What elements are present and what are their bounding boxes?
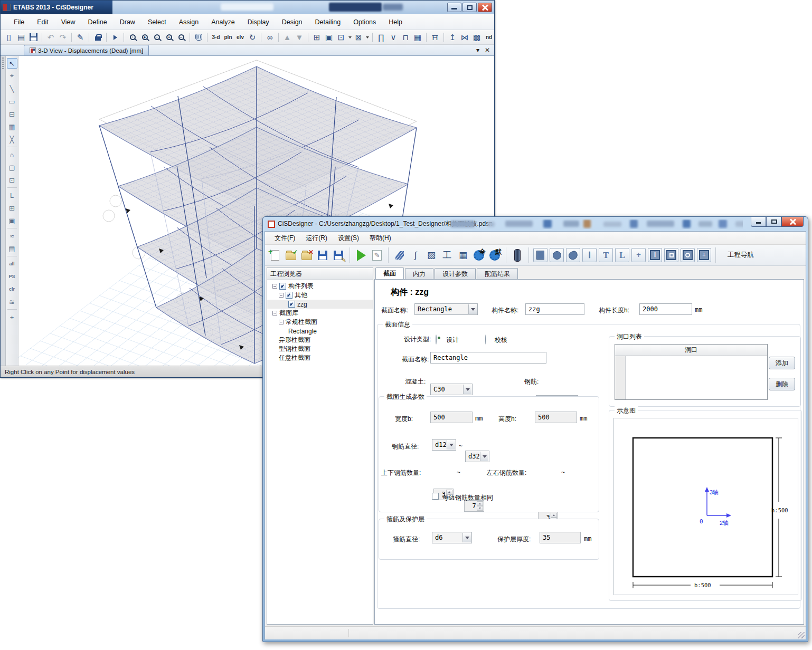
tree-node-steel-column[interactable]: 型钢柱截面 [267, 345, 373, 353]
zoom-full-icon[interactable]: ● [139, 32, 150, 43]
menu-help[interactable]: Help [383, 16, 408, 28]
column-member-icon[interactable] [511, 248, 524, 263]
draw-point-area-icon[interactable]: ⊡ [7, 175, 17, 185]
draw-beam-span-icon[interactable]: ⊟ [7, 109, 17, 119]
maximize-button[interactable] [462, 3, 477, 12]
menu-design[interactable]: Design [276, 16, 308, 28]
check-radio[interactable] [485, 334, 486, 345]
select-previous-icon[interactable]: PS [7, 271, 17, 282]
steel-section-icon[interactable]: 工 [440, 248, 454, 263]
object-view-dropdown[interactable] [348, 36, 352, 39]
chevron-down-icon[interactable] [480, 452, 488, 461]
same-rebar-checkbox[interactable] [432, 493, 439, 500]
menu-detailing[interactable]: Detailing [309, 16, 347, 28]
member-name-input[interactable]: zzg [525, 303, 584, 315]
section-src-cross-button[interactable]: + [697, 248, 711, 262]
texture-icon[interactable]: ▩ [471, 32, 482, 43]
object-view-icon[interactable]: ⊡ [336, 32, 346, 43]
checkbox-checked-icon[interactable] [279, 283, 286, 290]
openings-table[interactable]: 洞口 [615, 344, 768, 400]
resize-grip[interactable] [798, 632, 805, 638]
select-by-line-icon[interactable]: ≋ [7, 297, 17, 307]
tree-node-section-library[interactable]: 截面库 [267, 309, 373, 318]
section-polygon-button[interactable] [566, 248, 580, 262]
section-src-ibeam-button[interactable]: Ⅰ [648, 248, 662, 262]
settings-all-icon[interactable]: 全 [472, 248, 486, 263]
menu-options[interactable]: Options [347, 16, 382, 28]
draw-wall-icon[interactable]: L [7, 190, 17, 200]
section-src-box-button[interactable] [664, 248, 678, 262]
draw-floor-icon[interactable]: ▦ [412, 32, 423, 43]
section-angle-button[interactable]: L [615, 248, 629, 262]
tree-node-arbitrary-column[interactable]: 任意柱截面 [267, 353, 373, 362]
draw-grid-icon[interactable]: ▤ [7, 243, 17, 254]
expander-icon[interactable] [279, 293, 284, 298]
checkbox-checked-icon[interactable] [288, 301, 295, 308]
tab-shejicanshu[interactable]: 设计参数 [435, 268, 476, 279]
draw-frame-icon[interactable]: ∏ [376, 32, 386, 43]
pan-icon[interactable] [193, 32, 204, 43]
menu-file[interactable]: File [8, 16, 30, 28]
project-navigation-button[interactable]: 工程导航 [720, 251, 761, 260]
snap-points-icon[interactable]: + [7, 312, 17, 322]
select-all-icon[interactable]: all [7, 259, 17, 269]
draw-frame-region-icon[interactable]: ▭ [7, 96, 17, 107]
tab-jiemian[interactable]: 截面 [375, 267, 404, 279]
menu-yunxing[interactable]: 运行(R) [300, 232, 333, 245]
menu-display[interactable]: Display [242, 16, 275, 28]
frame-properties-icon[interactable]: Ħ [430, 32, 440, 43]
cisdesigner-titlebar[interactable]: CiSDesigner - C:/Users/zhangzg/Desktop/1… [265, 217, 806, 231]
section-ibeam-button[interactable]: Ⅰ [582, 248, 597, 262]
undo-icon[interactable]: ↶ [45, 32, 56, 43]
close-button[interactable] [781, 217, 804, 227]
open-file-icon[interactable]: ▤ [16, 32, 26, 43]
menu-draw[interactable]: Draw [114, 16, 141, 28]
tree-node-other[interactable]: 其他 [267, 291, 373, 300]
minimize-button[interactable] [751, 217, 766, 227]
expander-icon[interactable] [272, 284, 277, 289]
set-display-options-icon[interactable]: ▣ [324, 32, 334, 43]
rebar-dia-to-dropdown[interactable]: d32 [465, 451, 489, 462]
zoom-out-icon[interactable]: − [176, 32, 186, 43]
concrete-dropdown[interactable]: C30 [430, 384, 473, 395]
delete-opening-button[interactable]: 删除 [769, 378, 795, 390]
shaded-view-dropdown[interactable] [366, 36, 369, 39]
redo-icon[interactable]: ↷ [58, 32, 68, 43]
section-rect-button[interactable] [533, 248, 547, 262]
shaded-view-icon[interactable]: ⊠ [353, 32, 364, 43]
reshape-object-icon[interactable]: ⌖ [7, 71, 17, 81]
draw-joint-icon[interactable]: ∨ [388, 32, 399, 43]
edit-icon[interactable]: ✎ [75, 32, 86, 43]
section-cross-button[interactable]: + [631, 248, 646, 262]
height-input[interactable]: 500 [535, 412, 577, 423]
section-name2-input[interactable]: Rectangle [430, 352, 546, 364]
new-model-icon[interactable]: ▯ [4, 32, 14, 43]
tab-neili[interactable]: 内力 [405, 268, 433, 279]
add-opening-button[interactable]: 添加 [769, 357, 795, 369]
tab-peijinjieguo[interactable]: 配筋结果 [477, 268, 518, 279]
table-icon[interactable]: ▦ [456, 248, 470, 263]
draw-link-icon[interactable]: ≈ [7, 231, 17, 241]
etabs-titlebar[interactable]: ETABS 2013 - CiSDesigner [1, 1, 494, 14]
run-analysis-icon[interactable] [110, 32, 120, 43]
draw-line-icon[interactable]: ╲ [7, 83, 17, 94]
menu-shezhi[interactable]: 设置(S) [333, 232, 364, 245]
design-radio[interactable] [436, 334, 437, 345]
chevron-down-icon[interactable] [462, 533, 471, 542]
minimize-button[interactable] [447, 3, 461, 12]
close-project-icon[interactable]: ✕ [300, 248, 314, 263]
menu-wenjian[interactable]: 文件(F) [269, 232, 300, 245]
menu-edit[interactable]: Edit [31, 16, 54, 28]
tab-close-icon[interactable]: ✕ [485, 46, 490, 54]
chevron-down-icon[interactable] [447, 440, 455, 450]
menu-select[interactable]: Select [142, 16, 172, 28]
clear-selection-icon[interactable]: clr [7, 284, 17, 294]
shrink-objects-icon[interactable]: ⊞ [311, 32, 322, 43]
menu-view[interactable]: View [55, 16, 81, 28]
brace-icon[interactable]: ⋈ [459, 32, 470, 43]
expander-icon[interactable] [272, 311, 277, 316]
save-icon[interactable] [316, 248, 329, 263]
member-length-input[interactable]: 2000 [639, 303, 692, 315]
menu-define[interactable]: Define [82, 16, 113, 28]
draw-beam-icon[interactable]: ⊓ [400, 32, 411, 43]
